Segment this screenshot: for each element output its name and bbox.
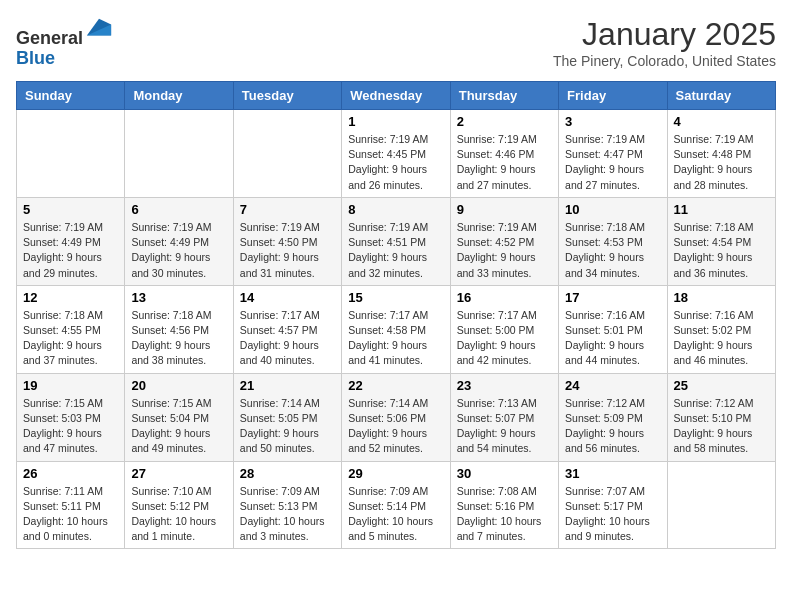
- logo: General Blue: [16, 16, 113, 69]
- day-number: 19: [23, 378, 118, 393]
- day-info: Sunrise: 7:19 AM Sunset: 4:49 PM Dayligh…: [23, 220, 118, 281]
- day-number: 1: [348, 114, 443, 129]
- day-number: 17: [565, 290, 660, 305]
- day-cell: 25Sunrise: 7:12 AM Sunset: 5:10 PM Dayli…: [667, 373, 775, 461]
- day-info: Sunrise: 7:16 AM Sunset: 5:01 PM Dayligh…: [565, 308, 660, 369]
- logo-blue: Blue: [16, 48, 55, 68]
- weekday-header-saturday: Saturday: [667, 82, 775, 110]
- day-cell: 7Sunrise: 7:19 AM Sunset: 4:50 PM Daylig…: [233, 197, 341, 285]
- logo-general: General: [16, 28, 83, 48]
- day-number: 27: [131, 466, 226, 481]
- day-info: Sunrise: 7:18 AM Sunset: 4:55 PM Dayligh…: [23, 308, 118, 369]
- day-number: 21: [240, 378, 335, 393]
- weekday-header-row: SundayMondayTuesdayWednesdayThursdayFrid…: [17, 82, 776, 110]
- week-row-3: 12Sunrise: 7:18 AM Sunset: 4:55 PM Dayli…: [17, 285, 776, 373]
- weekday-header-monday: Monday: [125, 82, 233, 110]
- day-cell: 24Sunrise: 7:12 AM Sunset: 5:09 PM Dayli…: [559, 373, 667, 461]
- day-number: 11: [674, 202, 769, 217]
- day-number: 4: [674, 114, 769, 129]
- day-cell: 10Sunrise: 7:18 AM Sunset: 4:53 PM Dayli…: [559, 197, 667, 285]
- day-cell: 6Sunrise: 7:19 AM Sunset: 4:49 PM Daylig…: [125, 197, 233, 285]
- day-cell: 11Sunrise: 7:18 AM Sunset: 4:54 PM Dayli…: [667, 197, 775, 285]
- day-number: 9: [457, 202, 552, 217]
- day-number: 12: [23, 290, 118, 305]
- title-block: January 2025 The Pinery, Colorado, Unite…: [553, 16, 776, 69]
- day-number: 25: [674, 378, 769, 393]
- day-cell: [233, 110, 341, 198]
- day-number: 18: [674, 290, 769, 305]
- day-info: Sunrise: 7:18 AM Sunset: 4:56 PM Dayligh…: [131, 308, 226, 369]
- weekday-header-thursday: Thursday: [450, 82, 558, 110]
- day-info: Sunrise: 7:15 AM Sunset: 5:04 PM Dayligh…: [131, 396, 226, 457]
- day-cell: 21Sunrise: 7:14 AM Sunset: 5:05 PM Dayli…: [233, 373, 341, 461]
- day-info: Sunrise: 7:18 AM Sunset: 4:54 PM Dayligh…: [674, 220, 769, 281]
- day-info: Sunrise: 7:17 AM Sunset: 4:58 PM Dayligh…: [348, 308, 443, 369]
- day-info: Sunrise: 7:10 AM Sunset: 5:12 PM Dayligh…: [131, 484, 226, 545]
- day-number: 31: [565, 466, 660, 481]
- day-cell: 23Sunrise: 7:13 AM Sunset: 5:07 PM Dayli…: [450, 373, 558, 461]
- day-info: Sunrise: 7:19 AM Sunset: 4:45 PM Dayligh…: [348, 132, 443, 193]
- day-cell: 31Sunrise: 7:07 AM Sunset: 5:17 PM Dayli…: [559, 461, 667, 549]
- logo-icon: [85, 16, 113, 44]
- day-number: 13: [131, 290, 226, 305]
- day-number: 22: [348, 378, 443, 393]
- day-number: 2: [457, 114, 552, 129]
- day-info: Sunrise: 7:19 AM Sunset: 4:50 PM Dayligh…: [240, 220, 335, 281]
- weekday-header-friday: Friday: [559, 82, 667, 110]
- day-info: Sunrise: 7:12 AM Sunset: 5:09 PM Dayligh…: [565, 396, 660, 457]
- week-row-5: 26Sunrise: 7:11 AM Sunset: 5:11 PM Dayli…: [17, 461, 776, 549]
- day-info: Sunrise: 7:19 AM Sunset: 4:51 PM Dayligh…: [348, 220, 443, 281]
- day-number: 20: [131, 378, 226, 393]
- day-cell: 2Sunrise: 7:19 AM Sunset: 4:46 PM Daylig…: [450, 110, 558, 198]
- day-cell: 29Sunrise: 7:09 AM Sunset: 5:14 PM Dayli…: [342, 461, 450, 549]
- day-info: Sunrise: 7:19 AM Sunset: 4:47 PM Dayligh…: [565, 132, 660, 193]
- day-cell: [667, 461, 775, 549]
- day-number: 26: [23, 466, 118, 481]
- day-info: Sunrise: 7:19 AM Sunset: 4:49 PM Dayligh…: [131, 220, 226, 281]
- day-info: Sunrise: 7:09 AM Sunset: 5:13 PM Dayligh…: [240, 484, 335, 545]
- day-cell: [17, 110, 125, 198]
- day-cell: 9Sunrise: 7:19 AM Sunset: 4:52 PM Daylig…: [450, 197, 558, 285]
- day-number: 15: [348, 290, 443, 305]
- day-number: 23: [457, 378, 552, 393]
- day-cell: 22Sunrise: 7:14 AM Sunset: 5:06 PM Dayli…: [342, 373, 450, 461]
- week-row-1: 1Sunrise: 7:19 AM Sunset: 4:45 PM Daylig…: [17, 110, 776, 198]
- day-info: Sunrise: 7:09 AM Sunset: 5:14 PM Dayligh…: [348, 484, 443, 545]
- weekday-header-sunday: Sunday: [17, 82, 125, 110]
- day-cell: 3Sunrise: 7:19 AM Sunset: 4:47 PM Daylig…: [559, 110, 667, 198]
- day-cell: 18Sunrise: 7:16 AM Sunset: 5:02 PM Dayli…: [667, 285, 775, 373]
- day-cell: 14Sunrise: 7:17 AM Sunset: 4:57 PM Dayli…: [233, 285, 341, 373]
- day-info: Sunrise: 7:13 AM Sunset: 5:07 PM Dayligh…: [457, 396, 552, 457]
- day-number: 5: [23, 202, 118, 217]
- day-info: Sunrise: 7:16 AM Sunset: 5:02 PM Dayligh…: [674, 308, 769, 369]
- week-row-2: 5Sunrise: 7:19 AM Sunset: 4:49 PM Daylig…: [17, 197, 776, 285]
- day-number: 10: [565, 202, 660, 217]
- day-info: Sunrise: 7:11 AM Sunset: 5:11 PM Dayligh…: [23, 484, 118, 545]
- day-number: 28: [240, 466, 335, 481]
- day-cell: 28Sunrise: 7:09 AM Sunset: 5:13 PM Dayli…: [233, 461, 341, 549]
- day-info: Sunrise: 7:14 AM Sunset: 5:06 PM Dayligh…: [348, 396, 443, 457]
- day-number: 29: [348, 466, 443, 481]
- day-info: Sunrise: 7:17 AM Sunset: 4:57 PM Dayligh…: [240, 308, 335, 369]
- day-number: 8: [348, 202, 443, 217]
- calendar-table: SundayMondayTuesdayWednesdayThursdayFrid…: [16, 81, 776, 549]
- day-info: Sunrise: 7:15 AM Sunset: 5:03 PM Dayligh…: [23, 396, 118, 457]
- day-cell: 26Sunrise: 7:11 AM Sunset: 5:11 PM Dayli…: [17, 461, 125, 549]
- day-cell: 13Sunrise: 7:18 AM Sunset: 4:56 PM Dayli…: [125, 285, 233, 373]
- day-info: Sunrise: 7:17 AM Sunset: 5:00 PM Dayligh…: [457, 308, 552, 369]
- day-number: 16: [457, 290, 552, 305]
- day-number: 14: [240, 290, 335, 305]
- day-cell: 20Sunrise: 7:15 AM Sunset: 5:04 PM Dayli…: [125, 373, 233, 461]
- day-info: Sunrise: 7:14 AM Sunset: 5:05 PM Dayligh…: [240, 396, 335, 457]
- day-info: Sunrise: 7:08 AM Sunset: 5:16 PM Dayligh…: [457, 484, 552, 545]
- day-cell: 5Sunrise: 7:19 AM Sunset: 4:49 PM Daylig…: [17, 197, 125, 285]
- day-cell: 1Sunrise: 7:19 AM Sunset: 4:45 PM Daylig…: [342, 110, 450, 198]
- day-number: 3: [565, 114, 660, 129]
- day-number: 30: [457, 466, 552, 481]
- day-info: Sunrise: 7:19 AM Sunset: 4:48 PM Dayligh…: [674, 132, 769, 193]
- day-number: 7: [240, 202, 335, 217]
- day-info: Sunrise: 7:07 AM Sunset: 5:17 PM Dayligh…: [565, 484, 660, 545]
- month-title: January 2025: [553, 16, 776, 53]
- week-row-4: 19Sunrise: 7:15 AM Sunset: 5:03 PM Dayli…: [17, 373, 776, 461]
- day-cell: 19Sunrise: 7:15 AM Sunset: 5:03 PM Dayli…: [17, 373, 125, 461]
